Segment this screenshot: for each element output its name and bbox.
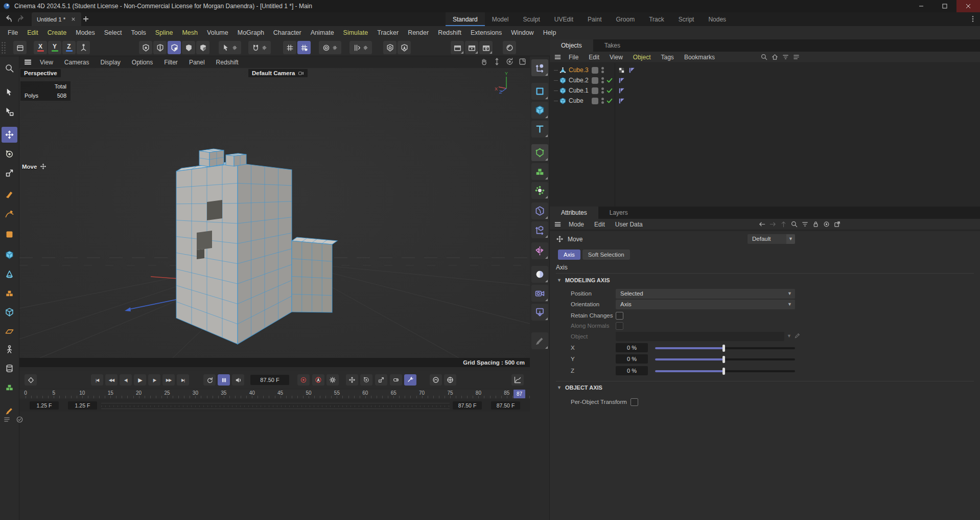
rectangle-selection-icon[interactable] [2,104,17,120]
close-button[interactable] [956,0,980,12]
visibility-dots[interactable] [601,67,604,73]
grid-off-icon[interactable] [283,41,296,54]
am-menu-edit[interactable]: Edit [589,221,610,228]
object-name[interactable]: Cube.2 [569,77,589,84]
checker-tag-icon[interactable] [618,66,625,74]
enabled-check-icon[interactable] [606,87,613,94]
object-row-cube[interactable]: Cube [550,96,980,106]
arrow-right-icon[interactable] [769,220,777,228]
axis-y-button[interactable]: Y [48,41,61,54]
fcurve-graph-button[interactable] [511,374,524,386]
visibility-dots[interactable] [601,87,604,94]
axis-lock-icon[interactable] [77,41,90,54]
view-frame-icon[interactable] [531,304,548,321]
floor-icon[interactable] [2,323,17,339]
tab-objects[interactable]: Objects [550,39,593,52]
menu-extensions[interactable]: Extensions [466,29,506,36]
object-name[interactable]: Cube [569,97,584,104]
check-circle-icon[interactable] [16,416,24,423]
om-menu-bookmarks[interactable]: Bookmarks [679,54,720,61]
add-tab-icon[interactable] [82,15,90,23]
orientation-dropdown[interactable]: Axis▼ [616,300,795,309]
range-start-field[interactable]: 1.25 F [30,401,59,410]
phong-tag-icon[interactable] [618,97,625,105]
object-link-field[interactable] [616,332,784,341]
record-keyframe-button[interactable] [297,374,310,386]
y-value-field[interactable]: 0 % [616,354,648,364]
enabled-check-icon[interactable] [606,97,613,104]
axis-x-button[interactable]: X [34,41,47,54]
tab-attributes[interactable]: Attributes [550,207,598,219]
render-picture-viewer-icon[interactable] [465,41,478,54]
live-selection-icon[interactable] [2,84,17,100]
hamburger-icon[interactable] [554,220,562,228]
orbit-view-icon[interactable] [505,57,514,66]
material-icon[interactable] [2,227,17,242]
view-label[interactable]: Perspective [20,69,61,77]
visibility-dots[interactable] [601,98,604,104]
next-key-button[interactable]: ▶▶ [162,374,175,386]
camera-label[interactable]: Default Camera [248,69,308,77]
viewport-menu-cameras[interactable]: Cameras [59,59,95,66]
pan-hand-icon[interactable] [480,57,488,66]
minimize-button[interactable] [909,0,933,12]
texture-mode-icon[interactable] [531,121,548,138]
playback-mode-button[interactable] [218,374,230,386]
viewport-canvas[interactable]: Perspective Default Camera Total Polys50… [19,68,530,358]
maximize-button[interactable] [933,0,956,12]
undo-icon[interactable] [4,14,13,23]
layout-tab-uvedit[interactable]: UVEdit [547,12,580,26]
move-tool-icon[interactable] [2,127,17,143]
cube-primitive-icon[interactable] [2,247,17,263]
lock-icon[interactable] [812,220,820,228]
x-slider[interactable] [655,347,795,349]
menu-render[interactable]: Render [403,29,433,36]
model-mode-icon[interactable] [531,83,548,100]
layout-tab-track[interactable]: Track [642,12,671,26]
object-name[interactable]: Cube.1 [569,87,589,94]
workplane-icon[interactable] [531,221,548,238]
z-slider[interactable] [655,370,795,372]
play-backwards-button[interactable]: ◀◀ [105,374,118,386]
cylinder-primitive-icon[interactable] [2,360,17,376]
workplane-auto-icon[interactable] [398,41,411,54]
retain-changes-checkbox[interactable] [616,312,623,320]
visibility-dots[interactable] [601,77,604,83]
layer-chip[interactable] [592,77,598,84]
axis-tab-button[interactable]: Axis [558,250,580,260]
layer-chip[interactable] [592,67,598,74]
workplane-snap-icon[interactable] [383,41,396,54]
along-normals-checkbox[interactable] [616,322,623,330]
render-view-icon[interactable] [451,41,464,54]
enable-axis-icon[interactable] [531,202,548,219]
om-menu-edit[interactable]: Edit [584,54,604,61]
menu-edit[interactable]: Edit [22,29,43,36]
filter-lines-icon[interactable] [782,53,789,61]
arrow-left-icon[interactable] [758,220,766,228]
camera-icon[interactable] [531,285,548,302]
viewport-menu-panel[interactable]: Panel [183,59,211,66]
layer-chip[interactable] [592,98,598,104]
symmetry-icon[interactable] [531,242,548,259]
cube-object-icon[interactable] [559,97,567,105]
menu-create[interactable]: Create [43,29,72,36]
polygon-object-icon[interactable] [559,66,567,74]
phong-tag-icon[interactable] [618,87,625,95]
interactive-render-region-icon[interactable] [503,41,516,54]
volume-builder-icon[interactable] [2,379,17,395]
render-settings-icon[interactable] [479,41,493,54]
playhead[interactable]: 87 [514,390,525,398]
play-forwards-button[interactable]: ▶ [134,374,146,386]
menu-help[interactable]: Help [539,29,561,36]
menu-animate[interactable]: Animate [306,29,339,36]
toggle-panel-icon[interactable] [518,57,527,66]
am-menu-mode[interactable]: Mode [564,221,589,228]
instance-icon[interactable] [2,304,17,320]
range-end-field[interactable]: 87.50 F [453,401,482,410]
layout-tab-script[interactable]: Script [671,12,702,26]
annotate-pencil-icon[interactable] [531,332,548,349]
goto-end-button[interactable]: ▶| [177,374,189,386]
hamburger-icon[interactable] [24,58,32,66]
cube-object-icon[interactable] [559,87,567,95]
viewport-menu-display[interactable]: Display [95,59,126,66]
